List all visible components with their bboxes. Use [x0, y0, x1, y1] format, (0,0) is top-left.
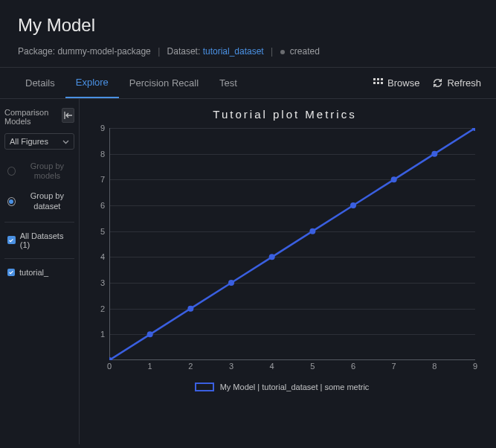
- y-tick: 4: [100, 252, 105, 261]
- svg-rect-2: [381, 78, 383, 80]
- y-tick: 1: [100, 330, 105, 339]
- svg-rect-1: [377, 78, 379, 80]
- svg-rect-4: [377, 82, 379, 84]
- group-by-models-label: Group by models: [20, 161, 74, 181]
- refresh-label: Refresh: [447, 77, 481, 89]
- x-tick: 3: [229, 362, 233, 371]
- status-dot-icon: [280, 50, 285, 54]
- svg-rect-0: [373, 78, 376, 80]
- svg-point-13: [391, 176, 397, 182]
- svg-point-7: [147, 331, 153, 337]
- svg-point-14: [431, 151, 437, 157]
- x-axis: 0123456789: [109, 360, 475, 375]
- group-by-models-radio: Group by models: [7, 161, 74, 181]
- figures-select-value: All Figures: [10, 137, 48, 146]
- status-text: created: [290, 46, 320, 57]
- dataset-item-checkbox[interactable]: tutorial_: [7, 268, 74, 277]
- header: My Model Package: dummy-model-package | …: [0, 0, 496, 68]
- chart-area: Tutorial plot Metrics 123456789 01234567…: [79, 99, 496, 444]
- dataset-link[interactable]: tutorial_dataset: [203, 46, 264, 57]
- tab-bar: Details Explore Percision Recall Test Br…: [0, 68, 496, 99]
- browse-button[interactable]: Browse: [373, 77, 419, 89]
- refresh-button[interactable]: Refresh: [433, 77, 481, 89]
- tab-details[interactable]: Details: [15, 68, 65, 97]
- chart-line: [109, 128, 475, 360]
- tab-explore[interactable]: Explore: [65, 68, 119, 98]
- group-by-dataset-label: Group by dataset: [20, 191, 74, 211]
- x-tick: 7: [392, 362, 396, 371]
- chevron-down-icon: [62, 137, 69, 146]
- group-by-dataset-radio[interactable]: Group by dataset: [7, 191, 74, 211]
- y-tick: 7: [100, 175, 105, 184]
- all-datasets-checkbox[interactable]: All Datasets (1): [7, 231, 74, 249]
- svg-point-9: [228, 280, 234, 286]
- x-tick: 1: [148, 362, 152, 371]
- svg-point-8: [187, 306, 193, 312]
- y-tick: 9: [100, 124, 105, 132]
- page-title: My Model: [18, 15, 478, 36]
- legend-label: My Model | tutorial_dataset | some metri…: [220, 383, 370, 391]
- x-tick: 4: [270, 362, 274, 371]
- dataset-label: Dataset:: [167, 46, 201, 57]
- y-tick: 5: [100, 227, 105, 236]
- browse-label: Browse: [387, 77, 419, 89]
- checkbox-icon: [7, 236, 16, 244]
- main: Comparison Models All Figures Group by m…: [0, 99, 496, 444]
- checkbox-icon: [7, 269, 15, 276]
- y-tick: 3: [100, 278, 105, 287]
- tab-precision-recall[interactable]: Percision Recall: [119, 68, 209, 97]
- dataset-item-label: tutorial_: [19, 268, 48, 277]
- y-axis: 123456789: [88, 128, 109, 360]
- package-label: Package:: [18, 46, 55, 57]
- meta-row: Package: dummy-model-package | Dataset: …: [18, 46, 478, 57]
- x-tick: 2: [188, 362, 193, 371]
- divider: [4, 222, 74, 223]
- legend-swatch: [195, 383, 214, 391]
- grid-icon: [373, 78, 383, 88]
- svg-point-12: [350, 202, 356, 208]
- x-tick: 6: [351, 362, 355, 371]
- separator: |: [158, 46, 160, 57]
- chart-title: Tutorial plot Metrics: [81, 108, 489, 121]
- radio-icon: [7, 167, 16, 176]
- figures-select[interactable]: All Figures: [4, 133, 74, 150]
- y-tick: 6: [100, 201, 105, 210]
- collapse-sidebar-button[interactable]: [62, 108, 74, 123]
- refresh-icon: [433, 78, 442, 88]
- x-tick: 0: [107, 362, 112, 371]
- comparison-models-label: Comparison Models: [4, 108, 59, 126]
- radio-icon: [7, 197, 16, 206]
- tab-test[interactable]: Test: [209, 68, 248, 97]
- x-tick: 5: [310, 362, 315, 371]
- sidebar: Comparison Models All Figures Group by m…: [0, 99, 79, 444]
- y-tick: 2: [100, 304, 105, 313]
- y-tick: 8: [100, 150, 105, 159]
- chart-legend: My Model | tutorial_dataset | some metri…: [88, 383, 475, 391]
- svg-rect-3: [373, 82, 376, 84]
- svg-rect-5: [381, 82, 383, 84]
- all-datasets-label: All Datasets (1): [20, 231, 74, 249]
- svg-point-11: [309, 228, 315, 234]
- svg-point-10: [269, 254, 275, 260]
- divider: [4, 258, 74, 259]
- x-tick: 9: [473, 362, 477, 371]
- collapse-icon: [64, 112, 73, 119]
- x-tick: 8: [432, 362, 437, 371]
- package-value: dummy-model-package: [57, 46, 150, 57]
- separator: |: [271, 46, 273, 57]
- chart-plot: 123456789 0123456789 My Model | tutorial…: [88, 128, 475, 388]
